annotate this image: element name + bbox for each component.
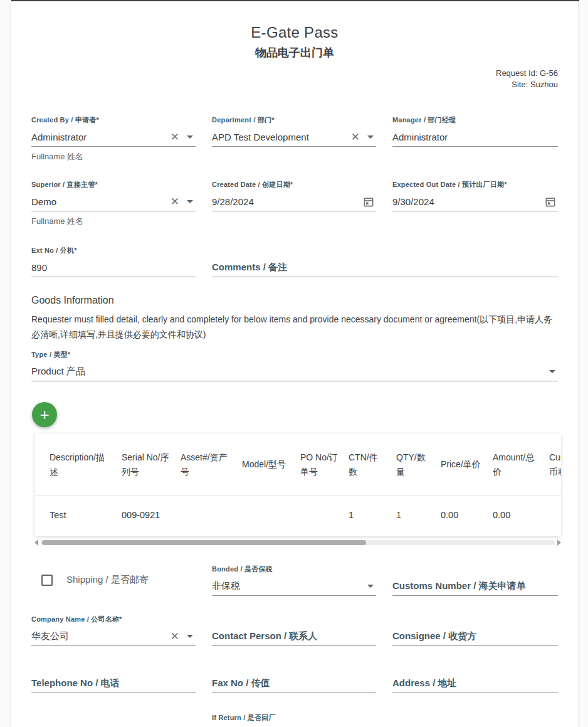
clear-icon[interactable]: ✕ [351, 132, 360, 142]
address-field: Address / 地址 [392, 674, 558, 693]
col-serial-no: Serial No/序列号 [122, 450, 181, 479]
manager-value: Administrator [392, 132, 558, 142]
col-description: Description/描述 [50, 450, 122, 479]
add-item-button[interactable]: + [32, 402, 57, 427]
checkbox-icon[interactable] [41, 575, 53, 586]
col-currency: Currency/币种 [549, 450, 561, 479]
type-field: Type / 类型* Product 产品 [31, 350, 558, 381]
comments-input[interactable]: Comments / 备注 [212, 258, 558, 277]
chevron-down-icon[interactable] [187, 200, 193, 203]
calendar-icon[interactable] [544, 196, 557, 208]
customs-number-placeholder: Customs Number / 海关申请单 [392, 580, 558, 592]
chevron-down-icon[interactable] [187, 635, 193, 638]
scroll-left-icon[interactable] [34, 539, 38, 546]
site: Site: Suzhou [31, 79, 558, 90]
cell-price: 0.00 [441, 510, 493, 520]
plus-icon: + [39, 405, 49, 425]
type-select[interactable]: Product 产品 [31, 363, 558, 381]
request-meta: Request Id: G-56 Site: Suzhou [31, 68, 558, 90]
telephone-field: Telephone No / 电话 [31, 674, 196, 693]
top-border [11, 0, 579, 1]
table-horizontal-scrollbar[interactable] [34, 539, 561, 546]
scrollbar-track[interactable] [41, 540, 555, 545]
form-row-2: Superior / 直接主管* Demo ✕ Fullname 姓名 Crea… [31, 180, 558, 227]
expected-out-date-label: Expected Out Date / 预计出厂日期* [392, 180, 558, 189]
bonded-select[interactable]: 非保税 [212, 577, 376, 596]
page-subtitle: 物品电子出门单 [31, 45, 558, 60]
company-name-value: 华友公司 [31, 630, 171, 642]
consignee-input[interactable]: Consignee / 收货方 [392, 627, 558, 646]
expected-out-date-input[interactable]: 9/30/2024 [392, 193, 558, 211]
clear-icon[interactable]: ✕ [171, 196, 179, 207]
fax-field: Fax No / 传值 [212, 674, 376, 693]
chevron-down-icon[interactable] [367, 585, 374, 588]
goods-instructions: Requester must filled detail, clearly an… [31, 312, 558, 342]
cell-serial-no: 009-0921 [122, 510, 181, 520]
consignee-field: Consignee / 收货方 [392, 627, 558, 646]
bonded-value: 非保税 [212, 580, 367, 592]
ext-no-label: Ext No / 分机* [31, 246, 196, 255]
goods-table: Description/描述 Serial No/序列号 Asset#/资产号 … [34, 433, 561, 536]
calendar-icon[interactable] [362, 196, 375, 208]
col-po-no: PO No/订单号 [300, 450, 349, 479]
customs-number-field: Customs Number / 海关申请单 [392, 577, 558, 596]
scrollbar-thumb[interactable] [42, 540, 366, 545]
company-row: Company Name / 公司名称* 华友公司 ✕ Contact Pers… [31, 615, 558, 646]
type-label: Type / 类型* [31, 350, 558, 359]
type-value: Product 产品 [31, 366, 549, 378]
ext-no-value: 890 [31, 262, 196, 273]
manager-field: Manager / 部门经理 Administrator [392, 115, 558, 147]
department-field: Department / 部门* APD Test Development ✕ [212, 115, 376, 147]
telephone-input[interactable]: Telephone No / 电话 [31, 674, 196, 693]
company-name-label: Company Name / 公司名称* [31, 615, 196, 624]
col-asset: Asset#/资产号 [181, 450, 242, 479]
comments-field: Comments / 备注 [212, 258, 558, 277]
created-by-helper: Fullname 姓名 [31, 151, 196, 162]
superior-value: Demo [31, 196, 171, 207]
cell-description: Test [50, 510, 122, 520]
clear-icon[interactable]: ✕ [171, 631, 179, 642]
scroll-right-icon[interactable] [557, 539, 561, 546]
page-title: E-Gate Pass [31, 24, 558, 41]
chevron-down-icon[interactable] [187, 135, 193, 139]
superior-helper: Fullname 姓名 [31, 216, 196, 227]
chevron-down-icon[interactable] [367, 135, 374, 139]
contact-person-placeholder: Contact Person / 联系人 [212, 630, 376, 642]
col-ctn: CTN/件数 [349, 450, 396, 479]
customs-number-input[interactable]: Customs Number / 海关申请单 [392, 577, 558, 596]
company-name-field: Company Name / 公司名称* 华友公司 ✕ [31, 615, 196, 646]
table-row[interactable]: Test 009-0921 1 1 0.00 0.00 [34, 496, 561, 536]
if-return-field: If Return / 是否回厂 不回厂 [212, 713, 376, 727]
goods-heading: Goods Information [31, 295, 558, 306]
department-label: Department / 部门* [212, 115, 376, 125]
cell-ctn: 1 [349, 510, 396, 520]
goods-table-header: Description/描述 Serial No/序列号 Asset#/资产号 … [34, 433, 561, 496]
address-input[interactable]: Address / 地址 [392, 674, 558, 693]
shipping-label: Shipping / 是否邮寄 [66, 574, 149, 586]
superior-field: Superior / 直接主管* Demo ✕ Fullname 姓名 [31, 180, 196, 227]
company-name-input[interactable]: 华友公司 ✕ [31, 627, 196, 646]
address-placeholder: Address / 地址 [392, 677, 558, 689]
superior-input[interactable]: Demo ✕ [31, 193, 196, 211]
expected-out-date-field: Expected Out Date / 预计出厂日期* 9/30/2024 [392, 180, 558, 211]
request-id: Request Id: G-56 [31, 68, 558, 79]
manager-input[interactable]: Administrator [392, 128, 558, 147]
fax-input[interactable]: Fax No / 传值 [212, 674, 376, 693]
created-date-input[interactable]: 9/28/2024 [212, 193, 376, 211]
chevron-down-icon[interactable] [549, 370, 555, 373]
telephone-row: Telephone No / 电话 Fax No / 传值 Address / … [31, 674, 558, 693]
expected-out-date-value: 9/30/2024 [392, 196, 544, 207]
shipping-row: Shipping / 是否邮寄 Bonded / 是否保税 非保税 Custom… [31, 565, 558, 596]
col-amount: Amount/总价 [493, 450, 549, 479]
fax-placeholder: Fax No / 传值 [212, 677, 376, 689]
col-price: Price/单价 [441, 457, 493, 472]
comments-placeholder: Comments / 备注 [212, 262, 558, 273]
ext-no-input[interactable]: 890 [31, 258, 196, 277]
created-by-input[interactable]: Administrator ✕ [31, 128, 196, 147]
clear-icon[interactable]: ✕ [171, 132, 179, 142]
contact-person-input[interactable]: Contact Person / 联系人 [212, 627, 376, 646]
shipping-checkbox-field[interactable]: Shipping / 是否邮寄 [31, 574, 196, 586]
contact-person-field: Contact Person / 联系人 [212, 627, 376, 646]
department-input[interactable]: APD Test Development ✕ [212, 128, 376, 147]
form-row-3: Ext No / 分机* 890 Comments / 备注 [31, 246, 558, 277]
